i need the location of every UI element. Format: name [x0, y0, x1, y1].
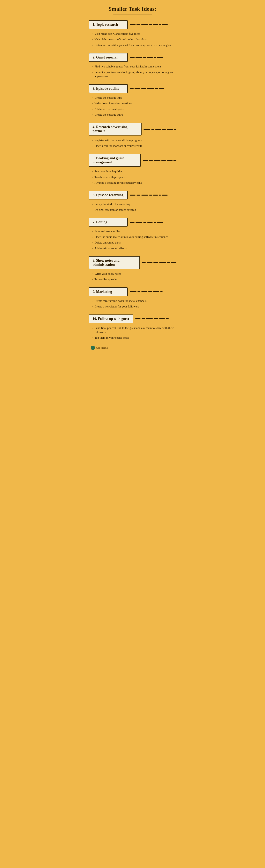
section-follow-up: 10. Follow-up with guestSend final podca… [89, 314, 176, 340]
section-research-advertising: 4. Research advertising partnersRegister… [89, 123, 176, 148]
logo-text: CoSchedule [96, 346, 108, 349]
section-title-booking-guest: 5. Booking and guest management [93, 156, 137, 164]
list-item: Touch base with prospects [95, 175, 176, 179]
section-title-editing: 7. Editing [93, 220, 124, 224]
section-box-show-notes: 8. Show notes and administration [89, 256, 140, 269]
section-items-booking-guest: Send out three inquiriesTouch base with … [89, 169, 176, 185]
dashed-line-episode-recording [130, 194, 176, 195]
section-box-episode-outline: 3. Episode outline [89, 84, 128, 93]
list-item: Create the episode outro [95, 113, 176, 117]
section-title-marketing: 9. Marketing [93, 290, 124, 294]
section-items-episode-recording: Set up the studio for recordingDo final … [89, 202, 176, 212]
list-item: Listen to competitor podcast Z and come … [95, 43, 176, 47]
list-item: Send final podcast link to the guest and… [95, 326, 176, 334]
logo-icon [91, 346, 95, 350]
section-header-row-marketing: 9. Marketing [89, 287, 176, 296]
dashed-line-editing [130, 222, 176, 223]
sections-container: 1. Topic researchVisit niche site X and … [89, 20, 176, 340]
list-item: Tag them in your social posts [95, 336, 176, 340]
section-items-marketing: Create three promo posts for social chan… [89, 299, 176, 309]
section-box-editing: 7. Editing [89, 218, 128, 226]
page-title: Smaller Task Ideas: [89, 6, 176, 12]
section-topic-research: 1. Topic researchVisit niche site X and … [89, 20, 176, 47]
list-item: Transcribe episode [95, 277, 176, 282]
section-box-booking-guest: 5. Booking and guest management [89, 154, 141, 167]
dashed-line-guest-research [130, 57, 176, 58]
section-episode-recording: 6. Episode recordingSet up the studio fo… [89, 191, 176, 212]
list-item: Find two suitable guests from your Linke… [95, 65, 176, 69]
section-header-row-episode-recording: 6. Episode recording [89, 191, 176, 199]
section-title-research-advertising: 4. Research advertising partners [93, 125, 138, 133]
section-header-row-booking-guest: 5. Booking and guest management [89, 154, 176, 167]
section-items-show-notes: Write your show notesTranscribe episode [89, 272, 176, 282]
list-item: Arrange a booking for introductory calls [95, 181, 176, 185]
list-item: Set up the studio for recording [95, 202, 176, 206]
section-box-follow-up: 10. Follow-up with guest [89, 314, 133, 323]
section-editing: 7. EditingSave and arrange filesPlace th… [89, 218, 176, 250]
section-box-research-advertising: 4. Research advertising partners [89, 123, 141, 135]
dashed-line-research-advertising [143, 129, 176, 130]
list-item: Create three promo posts for social chan… [95, 299, 176, 303]
section-box-episode-recording: 6. Episode recording [89, 191, 128, 199]
list-item: Create the episode intro [95, 96, 176, 100]
section-marketing: 9. MarketingCreate three promo posts for… [89, 287, 176, 309]
list-item: Send out three inquiries [95, 169, 176, 174]
list-item: Place the audio material into your editi… [95, 235, 176, 239]
list-item: Write your show notes [95, 272, 176, 276]
dashed-line-follow-up [135, 318, 176, 319]
section-items-follow-up: Send final podcast link to the guest and… [89, 326, 176, 340]
section-show-notes: 8. Show notes and administrationWrite yo… [89, 256, 176, 282]
dashed-line-booking-guest [143, 160, 176, 161]
section-header-row-follow-up: 10. Follow-up with guest [89, 314, 176, 323]
section-episode-outline: 3. Episode outlineCreate the episode int… [89, 84, 176, 117]
dashed-line-show-notes [142, 262, 176, 263]
list-item: Write down interview questions [95, 101, 176, 105]
section-box-guest-research: 2. Guest research [89, 53, 128, 62]
section-title-guest-research: 2. Guest research [93, 55, 124, 59]
section-header-row-show-notes: 8. Show notes and administration [89, 256, 176, 269]
list-item: Do final research on topics covered [95, 208, 176, 212]
list-item: Register with two new affiliate programs [95, 138, 176, 142]
section-header-row-editing: 7. Editing [89, 218, 176, 226]
section-box-marketing: 9. Marketing [89, 287, 128, 296]
section-header-row-topic-research: 1. Topic research [89, 20, 176, 29]
dashed-line-episode-outline [130, 88, 176, 89]
list-item: Add music or sound effects [95, 246, 176, 250]
section-box-topic-research: 1. Topic research [89, 20, 128, 29]
list-item: Visit niche site X and collect five idea… [95, 32, 176, 36]
section-items-guest-research: Find two suitable guests from your Linke… [89, 65, 176, 79]
list-item: Create a newsletter for your followers [95, 305, 176, 309]
section-guest-research: 2. Guest researchFind two suitable guest… [89, 53, 176, 79]
list-item: Visit niche news site Y and collect five… [95, 37, 176, 41]
dashed-line-topic-research [130, 24, 176, 25]
list-item: Submit a post to a Facebook group about … [95, 70, 176, 79]
section-header-row-research-advertising: 4. Research advertising partners [89, 123, 176, 135]
list-item: Add advertisement spots [95, 107, 176, 111]
section-header-row-guest-research: 2. Guest research [89, 53, 176, 62]
section-items-research-advertising: Register with two new affiliate programs… [89, 138, 176, 148]
section-title-episode-recording: 6. Episode recording [93, 193, 124, 197]
title-underline [113, 14, 152, 14]
list-item: Place a call for sponsors on your websit… [95, 144, 176, 148]
section-items-episode-outline: Create the episode introWrite down inter… [89, 96, 176, 117]
section-title-episode-outline: 3. Episode outline [93, 87, 124, 91]
list-item: Save and arrange files [95, 229, 176, 234]
section-header-row-episode-outline: 3. Episode outline [89, 84, 176, 93]
section-title-topic-research: 1. Topic research [93, 23, 124, 27]
section-booking-guest: 5. Booking and guest managementSend out … [89, 154, 176, 185]
dashed-line-marketing [130, 291, 176, 292]
section-title-follow-up: 10. Follow-up with guest [93, 317, 129, 321]
logo: CoSchedule [89, 346, 176, 350]
section-items-editing: Save and arrange filesPlace the audio ma… [89, 229, 176, 250]
section-items-topic-research: Visit niche site X and collect five idea… [89, 32, 176, 47]
section-title-show-notes: 8. Show notes and administration [93, 258, 136, 267]
list-item: Delete unwanted parts [95, 241, 176, 245]
